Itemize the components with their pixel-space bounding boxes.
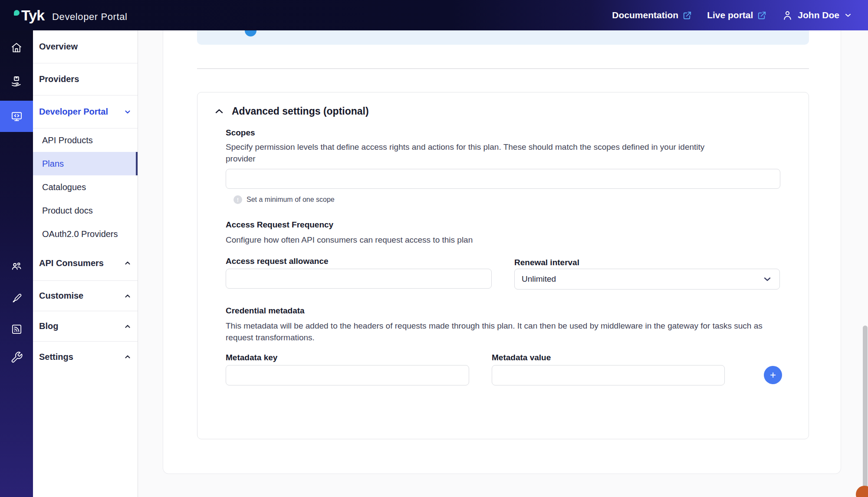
logo-text: Tyk [21,7,44,23]
documentation-label: Documentation [612,10,678,20]
rail-item-customise[interactable] [0,286,33,310]
product-name: Developer Portal [52,11,127,23]
tyk-leaf-icon [14,10,20,16]
info-icon [245,30,256,36]
scrollbar-thumb[interactable] [863,326,868,497]
sidebar-item-api-consumers[interactable]: API Consumers [33,246,138,281]
access-request-frequency-description: Configure how often API consumers can re… [226,234,746,246]
sidebar-item-label: API Products [42,135,93,145]
scopes-hint: ! Set a minimum of one scope [233,195,335,204]
sidebar-item-label: Settings [39,352,73,362]
content-panel: Advanced settings (optional) Scopes Spec… [163,30,841,474]
sidebar-item-plans[interactable]: Plans [33,152,138,175]
info-circle-icon: ! [233,195,242,204]
sidebar-item-label: API Consumers [39,258,104,268]
sidebar-item-overview[interactable]: Overview [33,30,138,63]
sidebar-item-label: OAuth2.0 Providers [42,229,118,239]
sidebar-item-customise[interactable]: Customise [33,281,138,311]
scopes-description: Specify permission levels that define ac… [226,141,712,165]
sidebar-item-product-docs[interactable]: Product docs [33,199,138,222]
user-menu[interactable]: John Doe [782,10,852,21]
chevron-down-icon [762,274,773,284]
top-navbar: Tyk Developer Portal Documentation Live … [0,0,868,30]
sidebar-item-api-products[interactable]: API Products [33,128,138,152]
rss-blog-icon [10,323,23,336]
external-link-icon [757,10,767,20]
home-icon [10,41,23,54]
section-divider [197,68,809,69]
credential-metadata-description: This metadata will be added to the heade… [226,320,770,343]
rail-item-providers[interactable] [0,69,33,94]
chevron-down-icon [844,11,852,20]
hand-box-icon [10,75,23,88]
sidebar-item-blog[interactable]: Blog [33,311,138,342]
user-icon [782,10,793,21]
users-icon [10,260,23,273]
user-name: John Doe [798,10,839,20]
scopes-hint-text: Set a minimum of one scope [247,196,335,204]
rail-item-api-consumers[interactable] [0,255,33,279]
sidebar-item-providers[interactable]: Providers [33,63,138,95]
monitor-code-icon [10,110,23,123]
sidebar-item-catalogues[interactable]: Catalogues [33,175,138,199]
paintbrush-icon [10,292,23,305]
sidebar-item-label: Catalogues [42,182,86,192]
info-banner-clipped [197,30,809,45]
scopes-label: Scopes [226,128,255,138]
documentation-link[interactable]: Documentation [612,10,692,20]
secondary-sidebar: Overview Providers Developer Portal API … [33,30,138,497]
sidebar-item-settings[interactable]: Settings [33,342,138,372]
tyk-logo[interactable]: Tyk [14,7,44,23]
icon-rail [0,30,33,497]
sidebar-item-label: Overview [39,42,78,52]
metadata-value-label: Metadata value [492,353,551,362]
sidebar-item-label: Product docs [42,206,93,216]
sidebar-item-label: Developer Portal [39,107,108,117]
card-title: Advanced settings (optional) [232,105,369,117]
main-area: Advanced settings (optional) Scopes Spec… [138,30,868,497]
collapse-chevron-up-icon[interactable] [214,106,224,117]
chevron-up-icon [124,259,132,267]
renewal-interval-value: Unlimited [522,274,556,284]
access-request-frequency-label: Access Request Frequency [226,220,333,230]
chevron-up-icon [124,292,132,300]
wrench-icon [10,351,23,364]
advanced-settings-card: Advanced settings (optional) Scopes Spec… [197,92,809,439]
rail-item-home[interactable] [0,36,33,60]
external-link-icon [682,10,692,20]
chevron-down-icon [124,108,132,116]
scopes-input[interactable] [226,169,780,189]
live-portal-label: Live portal [707,10,753,20]
metadata-key-label: Metadata key [226,353,277,362]
access-request-allowance-input[interactable] [226,269,492,289]
chevron-up-icon [124,323,132,330]
access-request-allowance-label: Access request allowance [226,257,329,266]
rail-item-blog[interactable] [0,317,33,341]
sidebar-item-label: Blog [39,321,58,331]
sidebar-item-developer-portal[interactable]: Developer Portal [33,95,138,128]
renewal-interval-label: Renewal interval [514,258,579,267]
live-portal-link[interactable]: Live portal [707,10,767,20]
metadata-value-input[interactable] [492,365,725,385]
add-metadata-button[interactable]: + [764,366,782,384]
sidebar-item-label: Providers [39,74,79,84]
sidebar-item-label: Customise [39,291,83,301]
chevron-up-icon [124,353,132,361]
rail-item-settings[interactable] [0,345,33,369]
renewal-interval-select[interactable]: Unlimited [514,269,780,290]
sidebar-item-oauth2-providers[interactable]: OAuth2.0 Providers [33,222,138,246]
metadata-key-input[interactable] [226,365,469,385]
rail-item-developer-portal[interactable] [0,101,33,132]
sidebar-item-label: Plans [42,159,64,169]
credential-metadata-label: Credential metadata [226,306,305,316]
